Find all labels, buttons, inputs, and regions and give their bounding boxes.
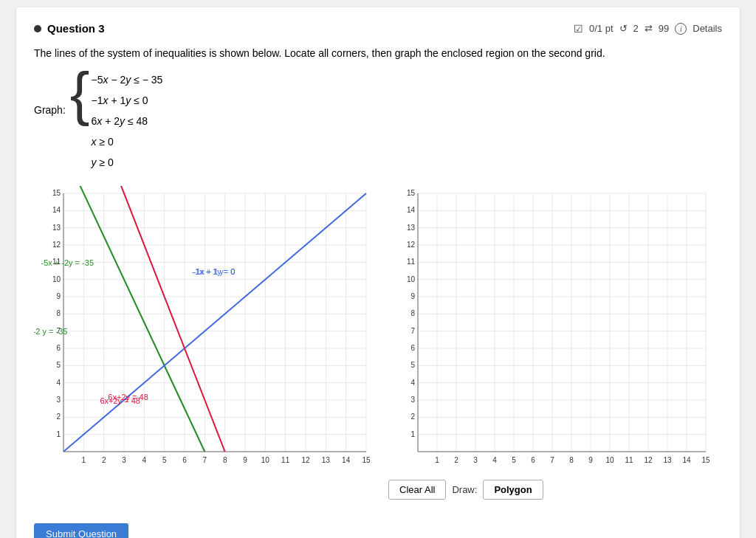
attempts-icon: ↺ [619, 23, 628, 34]
polygon-button[interactable]: Polygon [483, 480, 543, 500]
controls-row: Clear All Draw: Polygon [388, 480, 713, 500]
brace-system: { −5x − 2y ≤ − 35 −1x + 1y ≤ 0 6x + 2y ≤… [70, 70, 163, 171]
brace: { [70, 64, 90, 123]
syncs: 99 [659, 23, 669, 34]
submit-row: Submit Question [34, 511, 722, 538]
left-graph-wrapper [34, 186, 374, 474]
question-card: Question 3 ☑ 0/1 pt ↺ 2 ⇄ 99 i Details T… [16, 7, 740, 538]
ineq-line-4: x ≥ 0 [92, 134, 163, 151]
question-header: Question 3 ☑ 0/1 pt ↺ 2 ⇄ 99 i Details [34, 22, 722, 35]
ineq-line-5: y ≥ 0 [92, 154, 163, 172]
inequalities: −5x − 2y ≤ − 35 −1x + 1y ≤ 0 6x + 2y ≤ 4… [92, 70, 163, 171]
ineq-line-2: −1x + 1y ≤ 0 [92, 92, 163, 110]
score: 0/1 pt [589, 23, 614, 34]
details-label[interactable]: Details [693, 23, 722, 34]
ineq-line-1: −5x − 2y ≤ − 35 [92, 72, 163, 89]
attempts: 2 [633, 23, 639, 34]
question-title: Question 3 [34, 22, 105, 35]
graph-label: Graph: [34, 104, 66, 116]
question-text-content: The lines of the system of inequalities … [34, 47, 605, 59]
right-graph[interactable] [388, 186, 713, 474]
ineq-line-3: 6x + 2y ≤ 48 [92, 113, 163, 131]
draw-label: Draw: [452, 484, 477, 495]
clear-all-button[interactable]: Clear All [388, 480, 446, 500]
checkbox-icon: ☑ [574, 23, 583, 35]
syncs-icon: ⇄ [645, 23, 653, 34]
submit-button[interactable]: Submit Question [34, 523, 128, 538]
info-icon[interactable]: i [675, 23, 687, 35]
question-meta: ☑ 0/1 pt ↺ 2 ⇄ 99 i Details [574, 23, 722, 35]
system-container: Graph: { −5x − 2y ≤ − 35 −1x + 1y ≤ 0 6x… [34, 70, 722, 171]
question-label: Question 3 [47, 22, 105, 35]
left-graph[interactable] [34, 186, 374, 474]
question-dot [34, 25, 41, 32]
graphs-row: Clear All Draw: Polygon [34, 186, 722, 500]
question-text: The lines of the system of inequalities … [34, 45, 722, 61]
right-graph-wrapper: Clear All Draw: Polygon [388, 186, 713, 500]
